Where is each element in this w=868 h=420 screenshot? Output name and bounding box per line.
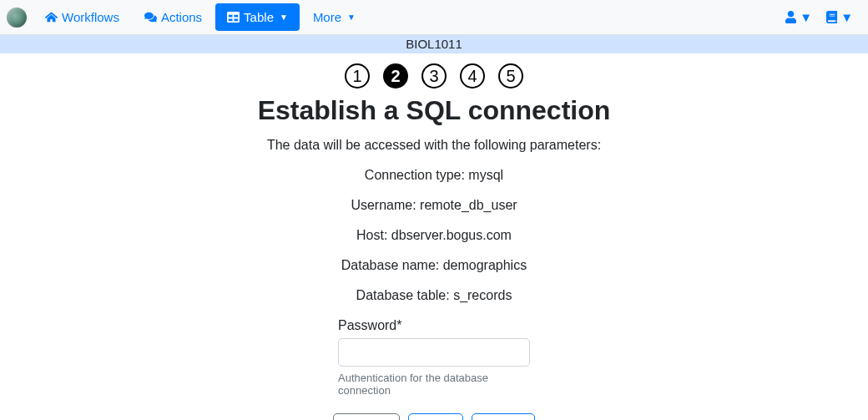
user-icon <box>785 10 797 24</box>
password-help: Authentication for the database connecti… <box>338 372 530 397</box>
page-subtitle: The data will be accessed with the follo… <box>0 138 868 153</box>
navbar: Workflows Actions Table ▼ More ▼ ▼ <box>0 0 868 35</box>
table-icon <box>227 10 240 24</box>
param-conn-type: Connection type: mysql <box>0 168 868 183</box>
main-content: 1 2 3 4 5 Establish a SQL connection The… <box>0 53 868 420</box>
step-3[interactable]: 3 <box>421 63 447 89</box>
comment-icon <box>144 10 157 24</box>
navbar-left: Workflows Actions Table ▼ More ▼ <box>7 3 367 31</box>
navbar-right: ▼ ▼ <box>785 10 861 24</box>
nav-more-label: More <box>313 10 341 24</box>
param-host: Host: dbserver.bogus.com <box>0 228 868 243</box>
next-button[interactable]: ❯ Next <box>472 413 535 420</box>
caret-down-icon: ▼ <box>800 10 812 24</box>
step-2[interactable]: 2 <box>383 63 408 89</box>
context-bar: BIOL1011 <box>0 35 868 53</box>
page-title: Establish a SQL connection <box>0 95 868 126</box>
nav-table[interactable]: Table ▼ <box>215 3 300 31</box>
step-1[interactable]: 1 <box>345 63 370 89</box>
nav-workflows-label: Workflows <box>62 10 119 24</box>
step-5[interactable]: 5 <box>498 63 523 89</box>
caret-down-icon: ▼ <box>280 13 288 22</box>
param-dbname: Database name: demographics <box>0 258 868 273</box>
param-dbtable: Database table: s_records <box>0 288 868 303</box>
nav-actions[interactable]: Actions <box>133 3 214 31</box>
home-icon <box>45 10 58 24</box>
nav-actions-label: Actions <box>161 10 202 24</box>
button-row: Cancel Back ❯ Next <box>0 413 868 420</box>
back-button[interactable]: Back <box>408 413 463 420</box>
brand-logo[interactable] <box>7 8 27 28</box>
param-username: Username: remote_db_user <box>0 198 868 213</box>
password-input[interactable] <box>338 338 530 367</box>
cancel-button[interactable]: Cancel <box>333 413 400 420</box>
user-menu[interactable]: ▼ <box>785 10 812 24</box>
nav-table-label: Table <box>244 10 274 24</box>
book-icon <box>825 10 838 24</box>
nav-workflows[interactable]: Workflows <box>33 3 131 31</box>
password-form: Password* Authentication for the databas… <box>338 318 530 397</box>
password-label: Password* <box>338 318 530 333</box>
caret-down-icon: ▼ <box>347 13 356 22</box>
book-menu[interactable]: ▼ <box>825 10 853 24</box>
step-indicator: 1 2 3 4 5 <box>0 63 868 89</box>
step-4[interactable]: 4 <box>460 63 485 89</box>
caret-down-icon: ▼ <box>840 10 853 24</box>
nav-more[interactable]: More ▼ <box>301 3 367 31</box>
